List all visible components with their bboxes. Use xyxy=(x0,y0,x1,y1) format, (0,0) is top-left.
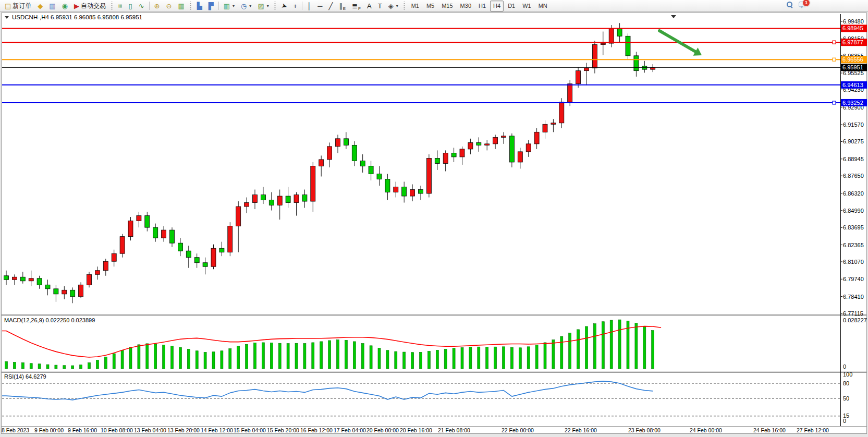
candle-body xyxy=(236,207,241,226)
market-watch-icon: ▦ xyxy=(49,3,55,9)
zoom-out-icon[interactable]: ⊖ xyxy=(164,1,175,11)
shapes-tool-icon[interactable]: ◈▾ xyxy=(386,1,401,11)
ticket-icon: ◆ xyxy=(38,3,43,9)
label-tool-icon[interactable]: T xyxy=(375,1,385,11)
bar-chart-type-icon[interactable]: ≡ xyxy=(116,1,125,11)
tile-windows-icon[interactable]: ▦ xyxy=(175,1,187,11)
new-order-icon: ▤ xyxy=(5,3,11,9)
candlestick-type-icon: ▯ xyxy=(129,3,132,9)
vertical-line-tool-icon[interactable]: │ xyxy=(304,1,314,11)
new-chart-icon: ▥ xyxy=(224,3,230,9)
template-icon: ▨ xyxy=(258,3,264,9)
line-drag-handle[interactable] xyxy=(833,58,836,61)
timeframe-m1[interactable]: M1 xyxy=(408,1,422,11)
line-chart-type-icon: ∿ xyxy=(139,3,144,9)
period-clock-icon[interactable]: ◷▾ xyxy=(238,1,254,11)
line-drag-handle[interactable] xyxy=(833,101,836,104)
macd-histogram-bar xyxy=(129,347,132,369)
timeframe-h4[interactable]: H4 xyxy=(490,1,504,11)
svg-text:6.95951: 6.95951 xyxy=(842,64,863,70)
toolbar-separator xyxy=(218,2,219,10)
new-order-button[interactable]: ▤新订单 xyxy=(2,1,34,11)
timeframe-d1[interactable]: D1 xyxy=(505,1,518,11)
template-icon[interactable]: ▨▾ xyxy=(255,1,271,11)
timeframe-mn[interactable]: MN xyxy=(535,1,551,11)
cascade-charts-icon[interactable]: ▛ xyxy=(206,1,216,11)
svg-text:6.86320: 6.86320 xyxy=(843,190,864,197)
cursor-tool-icon[interactable]: ➤ xyxy=(279,1,290,11)
macd-histogram-bar xyxy=(469,347,472,369)
svg-text:8 Feb 2023: 8 Feb 2023 xyxy=(2,427,29,433)
macd-histogram-bar xyxy=(312,343,314,369)
macd-histogram-bar xyxy=(80,365,82,369)
candle-body xyxy=(120,237,125,254)
candle-body xyxy=(394,187,398,192)
candle-body xyxy=(70,290,75,297)
svg-text:6.94613: 6.94613 xyxy=(842,82,863,88)
macd-histogram-bar xyxy=(403,352,406,369)
fibonacci-tool-icon[interactable]: ≣F xyxy=(349,1,363,11)
macd-histogram-bar xyxy=(510,347,513,369)
candle-body xyxy=(327,147,332,160)
horizontal-line-tool-icon[interactable]: ─ xyxy=(315,1,325,11)
candlestick-type-icon[interactable]: ▯ xyxy=(126,1,135,11)
candle-body xyxy=(518,152,522,162)
candle-body xyxy=(402,187,407,196)
toolbar-grip xyxy=(403,2,406,10)
candle-body xyxy=(526,144,531,152)
svg-text:21 Feb 08:00: 21 Feb 08:00 xyxy=(438,427,470,433)
channel-tool-icon[interactable]: ∥E xyxy=(336,1,348,11)
candle-body xyxy=(651,67,655,69)
zoom-out-icon: ⊖ xyxy=(166,3,172,9)
svg-text:6.79740: 6.79740 xyxy=(843,276,864,282)
trendline-tool-icon[interactable]: ╱ xyxy=(326,1,336,11)
timeframe-w1[interactable]: W1 xyxy=(519,1,534,11)
market-watch-icon[interactable]: ▦ xyxy=(46,1,58,11)
svg-text:20 Feb 00:00: 20 Feb 00:00 xyxy=(366,427,399,433)
notifications-chat-icon[interactable]: 1 xyxy=(799,1,806,7)
macd-histogram-bar xyxy=(30,363,32,369)
timeframe-m15[interactable]: M15 xyxy=(438,1,456,11)
candle-body xyxy=(4,276,9,280)
signals-icon[interactable]: ◉ xyxy=(59,1,70,11)
svg-text:0: 0 xyxy=(843,418,846,424)
svg-text:15 Feb 04:00: 15 Feb 04:00 xyxy=(234,427,266,433)
text-tool-icon[interactable]: A xyxy=(364,1,374,11)
macd-histogram-bar xyxy=(353,342,356,369)
svg-text:6.78410: 6.78410 xyxy=(843,294,864,300)
macd-histogram-bar xyxy=(486,347,488,369)
zoom-in-icon: ⊕ xyxy=(154,3,160,9)
ticket-icon[interactable]: ◆ xyxy=(35,1,45,11)
toolbar-grip xyxy=(189,2,192,10)
crosshair-tool-icon[interactable]: + xyxy=(291,1,300,11)
tile-windows-icon: ▦ xyxy=(178,3,184,9)
auto-trading-button[interactable]: ▶自动交易 xyxy=(71,1,108,11)
svg-text:22 Feb 16:00: 22 Feb 16:00 xyxy=(565,427,597,433)
candle-body xyxy=(20,277,25,281)
macd-histogram-bar xyxy=(652,331,654,369)
macd-histogram-bar xyxy=(386,350,389,369)
candle-body xyxy=(509,136,514,162)
zoom-in-icon[interactable]: ⊕ xyxy=(152,1,163,11)
svg-text:23 Feb 08:00: 23 Feb 08:00 xyxy=(628,427,661,433)
svg-text:0: 0 xyxy=(843,363,846,370)
timeframe-h1[interactable]: H1 xyxy=(475,1,489,11)
line-drag-handle[interactable] xyxy=(833,41,836,44)
macd-histogram-bar xyxy=(163,345,165,369)
macd-histogram-bar xyxy=(113,354,115,369)
timeframe-m30[interactable]: M30 xyxy=(457,1,474,11)
search-icon[interactable] xyxy=(787,2,792,7)
macd-histogram-bar xyxy=(503,347,505,369)
candle-body xyxy=(626,36,630,56)
candle-body xyxy=(277,196,282,205)
macd-histogram-bar xyxy=(494,347,497,369)
line-chart-type-icon[interactable]: ∿ xyxy=(136,1,147,11)
toolbar-separator xyxy=(149,2,150,10)
new-chart-icon[interactable]: ▥▾ xyxy=(221,1,237,11)
timeframe-m5[interactable]: M5 xyxy=(423,1,437,11)
macd-histogram-bar xyxy=(593,324,596,369)
macd-histogram-bar xyxy=(345,340,347,369)
svg-text:16 Feb 12:00: 16 Feb 12:00 xyxy=(300,427,333,433)
arrange-charts-icon[interactable]: ▙ xyxy=(194,1,205,11)
macd-histogram-bar xyxy=(444,349,447,369)
